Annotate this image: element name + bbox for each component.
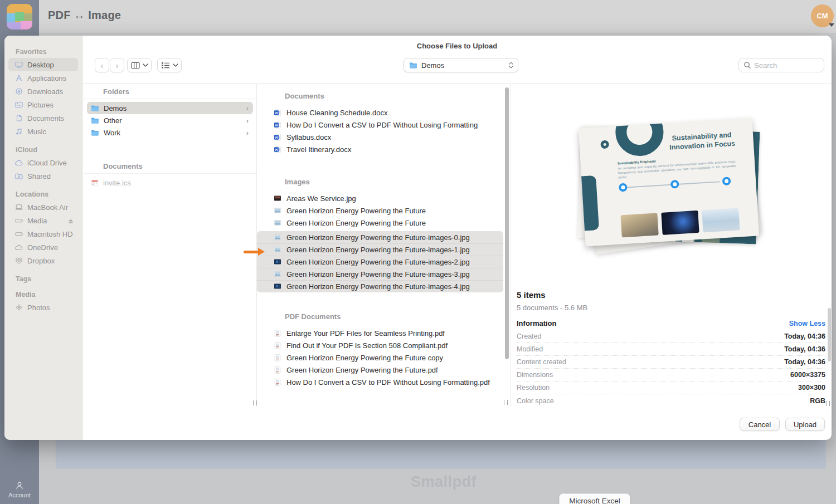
back-button[interactable]: ‹ [95, 58, 109, 72]
file-row[interactable]: Green Horizon Energy Powering the Future [257, 204, 503, 217]
file-row[interactable]: Syllabus.docx [257, 131, 503, 143]
sidebar-item-dropbox[interactable]: Dropbox [8, 254, 78, 267]
word-icon [274, 121, 282, 129]
group-view-button[interactable] [157, 58, 182, 72]
sidebar-item-photos[interactable]: Photos [8, 301, 78, 314]
pointer-arrow [244, 248, 265, 256]
music-icon [15, 128, 23, 135]
cancel-button[interactable]: Cancel [740, 418, 780, 431]
desktop-icon [15, 61, 23, 68]
file-list-column: DocumentsHouse Cleaning Schedule.docxHow… [257, 84, 510, 407]
file-row[interactable]: Green Horizon Energy Powering the Future… [257, 231, 503, 243]
sidebar-item-music[interactable]: Music [8, 125, 78, 138]
sidebar-item-macintosh-hd[interactable]: Macintosh HD [8, 227, 78, 241]
sidebar-section-title: Locations [16, 190, 82, 198]
app-header: PDF ↔ Image CM [39, 0, 836, 33]
file-row[interactable]: House Cleaning Schedule.docx [257, 106, 503, 119]
sidebar-item-shared[interactable]: Shared [8, 169, 78, 183]
file-row[interactable]: Areas We Service.jpg [257, 192, 503, 204]
upload-button[interactable]: Upload [785, 418, 825, 431]
sidebar-item-documents[interactable]: Documents [8, 111, 78, 125]
sidebar-section-title: Tags [16, 275, 82, 283]
info-row-created: CreatedToday, 04:36 [517, 330, 825, 343]
chevron-left-icon: ‹ [101, 61, 104, 70]
folders-header: Folders [84, 84, 256, 99]
column-view-button[interactable] [127, 58, 152, 72]
image-icon [274, 219, 282, 227]
drive-icon [15, 217, 23, 224]
eject-icon[interactable] [67, 218, 74, 224]
sidebar-item-applications[interactable]: Applications [8, 71, 78, 85]
resize-handle[interactable] [826, 401, 830, 406]
file-label: Travel Itinerary.docx [286, 145, 351, 154]
resize-handle[interactable] [253, 400, 257, 405]
chevron-right-icon: › [246, 129, 249, 137]
file-label: Green Horizon Energy Powering the Future… [286, 354, 443, 362]
file-row[interactable]: Green Horizon Energy Powering the Future… [257, 268, 503, 280]
folder-row-demos[interactable]: Demos› [87, 102, 253, 114]
file-row[interactable]: Enlarge Your PDF Files for Seamless Prin… [257, 327, 503, 339]
chevron-down-icon [829, 23, 834, 27]
file-row[interactable]: Green Horizon Energy Powering the Future… [257, 364, 503, 376]
microsoft-excel-button[interactable]: Microsoft Excel [559, 493, 630, 504]
image-blue-icon [274, 258, 282, 266]
sidebar-item-desktop[interactable]: Desktop [8, 58, 78, 71]
sidebar-item-icloud-drive[interactable]: iCloud Drive [8, 156, 78, 169]
forward-button[interactable]: › [110, 58, 124, 72]
file-section-header: Presentations [257, 402, 510, 407]
folder-row-other[interactable]: Other› [87, 114, 253, 126]
file-row[interactable]: invite.ics [87, 177, 253, 189]
laptop-icon [15, 204, 23, 211]
folder-select[interactable]: Demos [404, 58, 518, 72]
avatar-initials: CM [816, 12, 828, 20]
calendar-icon [91, 179, 99, 186]
scrollbar[interactable] [505, 87, 509, 359]
folder-row-work[interactable]: Work› [87, 126, 253, 139]
scrollbar[interactable] [828, 308, 831, 361]
folder-icon [91, 117, 99, 124]
info-label: Color space [517, 397, 554, 405]
image-icon [274, 207, 282, 214]
sidebar-item-onedrive[interactable]: OneDrive [8, 241, 78, 254]
info-value: Today, 04:36 [784, 345, 825, 353]
folder-select-label: Demos [421, 61, 444, 70]
show-less-link[interactable]: Show Less [789, 320, 825, 327]
sidebar-item-label: iCloud Drive [27, 159, 67, 167]
file-row[interactable]: Find Out if Your PDF Is Section 508 Comp… [257, 339, 503, 351]
sidebar-item-media[interactable]: Media [8, 214, 78, 227]
file-row[interactable]: Green Horizon Energy Powering the Future… [257, 256, 503, 268]
search-field[interactable] [738, 58, 824, 72]
account-button[interactable]: Account [0, 481, 39, 498]
file-row[interactable]: Green Horizon Energy Powering the Future… [257, 243, 503, 256]
cloud-icon [15, 159, 23, 167]
image-blue-icon [274, 283, 282, 290]
file-row[interactable]: How Do I Convert a CSV to PDF Without Lo… [257, 119, 503, 131]
file-section-header: Documents [257, 89, 510, 104]
file-row[interactable]: How Do I Convert a CSV to PDF Without Lo… [257, 376, 503, 388]
group-view-icon [161, 62, 170, 69]
folder-label: Work [104, 129, 120, 137]
info-label: Content created [517, 358, 566, 366]
file-label: Green Horizon Energy Powering the Future [286, 207, 426, 215]
image-icon [274, 234, 282, 241]
file-row[interactable]: Travel Itinerary.docx [257, 143, 503, 155]
sidebar-item-macbook-air[interactable]: MacBook Air [8, 200, 78, 214]
pictures-icon [15, 101, 23, 109]
resize-handle[interactable] [504, 400, 508, 405]
file-row[interactable]: Green Horizon Energy Powering the Future [257, 217, 503, 229]
app-logo-icon[interactable] [7, 4, 32, 30]
sidebar-item-downloads[interactable]: Downloads [8, 85, 78, 98]
file-rows: Enlarge Your PDF Files for Seamless Prin… [257, 327, 510, 388]
chevron-down-icon [143, 63, 148, 67]
selection-detail: 5 documents - 5.6 MB [517, 304, 587, 312]
info-value: 6000×3375 [790, 371, 825, 379]
search-input[interactable] [754, 61, 815, 70]
sidebar-item-pictures[interactable]: Pictures [8, 98, 78, 111]
sidebar-item-label: Photos [27, 304, 50, 312]
avatar[interactable]: CM [811, 4, 834, 27]
image-icon [274, 271, 282, 278]
sidebar-item-label: Pictures [27, 101, 54, 109]
chevron-down-icon [173, 63, 178, 67]
file-row[interactable]: Green Horizon Energy Powering the Future… [257, 280, 503, 292]
file-row[interactable]: Green Horizon Energy Powering the Future… [257, 351, 503, 364]
